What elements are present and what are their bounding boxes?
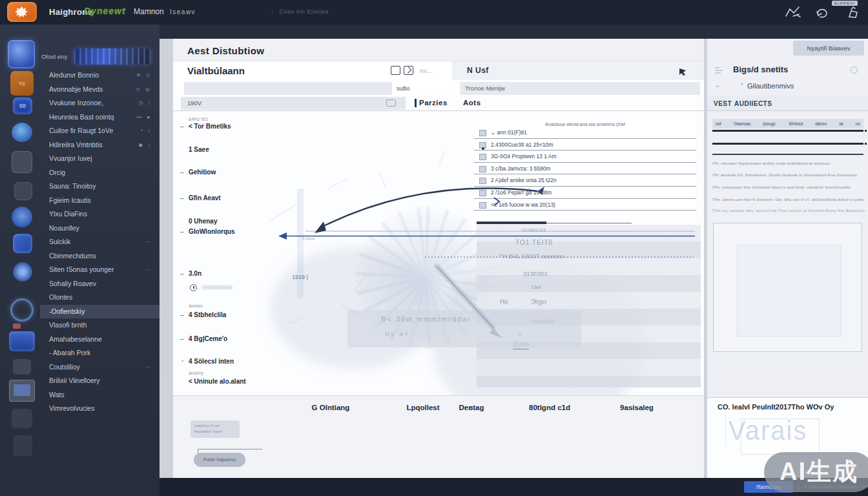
person-tile-icon[interactable] [13, 359, 31, 375]
event-row[interactable]: <e 1e5 fuoow w wa 20(13) [474, 199, 696, 211]
event-row[interactable]: 2 /1o6 Peparr ga 19 38m [474, 187, 696, 199]
app-logo[interactable] [7, 2, 37, 22]
table-row[interactable]: IThv uvy uuuuuur 1biu. iuuuruil luiil IT… [712, 209, 865, 212]
search-input[interactable] [184, 82, 392, 95]
monitor-tile-icon[interactable] [9, 380, 35, 402]
swirl-tile-icon[interactable] [13, 234, 32, 253]
sidebar-item[interactable]: Vlasofi brnth [40, 318, 160, 333]
planet-tile-icon[interactable] [12, 207, 32, 227]
column-header[interactable]: no [856, 121, 860, 126]
copy-icon[interactable] [404, 66, 413, 75]
sidebar-item[interactable]: Siten ISonas younger⋯ [40, 263, 160, 277]
sidebar-item-icons[interactable]: ◔ ⁝ [140, 124, 152, 138]
tree-item[interactable]: GloWlonlorqus [189, 228, 235, 235]
sidebar-item[interactable]: Sohaliy Roavev [40, 277, 160, 291]
faded-tile-icon[interactable] [12, 409, 32, 428]
panel-tab-audiects[interactable]: AUDIIECTS [734, 100, 772, 107]
user-label[interactable]: N Usf [467, 66, 489, 75]
sidebar-item-icons[interactable]: ◇ ◎ [136, 83, 152, 97]
sync-icon[interactable] [812, 5, 833, 20]
tree-item[interactable]: 0 Uhenay [189, 218, 217, 225]
tree-item[interactable]: Gfin Aeavt [189, 194, 221, 202]
sidebar-item[interactable]: Cuiloe fir Raugt 1oVe◔ ⁝ [40, 124, 160, 138]
table-row[interactable]: ITh: uiluuaiim fipyduiluaiim duilliut ui… [712, 161, 865, 165]
sidebar-item[interactable]: Orcig [40, 166, 160, 180]
topnav-item-2[interactable]: Iseawv [170, 8, 196, 16]
sidebar-item-icons[interactable]: ✕ ◇ [136, 68, 152, 83]
footer-action-button[interactable]: Putter Napozrso [194, 453, 245, 467]
tab-parzies[interactable]: Parzies [419, 99, 448, 107]
sidebar-item[interactable]: Sauna: Tinoitoy [40, 180, 160, 194]
sidebar-item[interactable]: Ylxu DiaFins [40, 207, 160, 222]
event-row[interactable]: ⌄ ann 01(F)91 [474, 127, 696, 139]
hand-icon[interactable] [843, 5, 864, 20]
sidebar-item[interactable]: Aledunvr Bonnio✕ ◇ [40, 68, 160, 83]
sidebar-item[interactable]: Wats [40, 388, 160, 402]
sidebar-item[interactable]: Vvuanjor Iuvej [40, 152, 160, 166]
tree-item[interactable]: 1 Saee [189, 146, 209, 153]
event-row[interactable]: 3G-0O4 Proptwvn 13 1 Am [474, 150, 696, 163]
tree-item[interactable]: 4 Sölecsl inten [189, 358, 234, 365]
sidebar-item-selected[interactable]: -Oofientskiy [40, 305, 160, 319]
frame-icon[interactable] [391, 66, 400, 75]
sidebar-item[interactable]: Hdireilra Vmtnbtis◉ ⁝ [40, 138, 160, 152]
column-header[interactable]: Mmtout [789, 121, 803, 126]
calendar-icon[interactable] [386, 99, 396, 107]
sidebar-item-icons[interactable]: ◷ ⁝ [138, 96, 152, 110]
table-row[interactable]: IThv. ubriviv.uuiv biur lv duuiuzzv. Giu… [712, 198, 865, 202]
sidebar-progress-bar[interactable] [74, 48, 151, 65]
panel-tab-vest[interactable]: VEST [714, 100, 732, 107]
sidebar-item[interactable]: Heunnlea Bast oointq⊶ ● [40, 110, 160, 125]
orange-tile-icon[interactable]: eg [10, 71, 34, 96]
sidebar-item-icons[interactable]: ⊶ ● [136, 110, 152, 125]
sidebar-item[interactable]: Avonnabje Mevds◇ ◎ [40, 83, 160, 97]
sidebar-item[interactable]: Vvukune Inzonoe,◷ ⁝ [40, 96, 160, 110]
sidebar-item-icons[interactable]: ⋯ [145, 360, 152, 375]
sidebar-item[interactable]: Amahabeselanne [40, 333, 160, 347]
grid-tile-icon[interactable] [13, 435, 32, 456]
event-row[interactable]: 2 A)def anske onta 25 t22n [474, 174, 696, 187]
event-row[interactable]: 2.4300Gue38 a1 25<10m [474, 139, 696, 151]
sidebar-item[interactable]: Noaunlley [40, 222, 160, 236]
tree-item[interactable]: < Tor Bmetiks [189, 123, 231, 130]
tree-item[interactable]: 3.0n [189, 270, 202, 277]
column-header[interactable]: Gbanoau [734, 121, 751, 126]
sidebar-item[interactable]: Coutslilioy⋯ [40, 360, 160, 375]
sidebar-item-icons[interactable]: ◉ ⁝ [138, 138, 152, 152]
book-tile-icon[interactable] [12, 151, 32, 173]
app-tile-icon[interactable] [8, 40, 35, 68]
info-circle-icon[interactable] [851, 67, 858, 74]
range-selector[interactable]: 190V [181, 97, 406, 110]
sidebar-item[interactable]: - Abarah Pork [40, 346, 160, 360]
tree-item[interactable]: < Uninule alo.alant [189, 378, 246, 385]
column-header[interactable]: dánoo [815, 121, 827, 126]
panel-top-button[interactable]: Nyaytill Biaavev [793, 41, 864, 56]
sidebar-item[interactable]: Sulckik⋯ [40, 235, 160, 249]
chat-tile-icon[interactable] [14, 182, 32, 200]
tab-aots[interactable]: Aots [463, 99, 481, 107]
tree-item[interactable]: 4 Stbhelclila [189, 311, 226, 318]
topnav-item-1[interactable]: Mamnon [134, 7, 164, 16]
sidebar-item[interactable]: Fgieim Icautis [40, 194, 160, 208]
sidebar-item-icons[interactable]: ⋯ [145, 263, 152, 277]
tree-item[interactable]: 4 Bg|Ceme'o [189, 335, 227, 342]
globe-tile-icon[interactable] [12, 123, 32, 142]
column-header[interactable]: Iuit [716, 121, 721, 126]
table-row[interactable]: ITh: aiiuiiiiiar GV, fivbivbiviviv. 1Dui… [712, 173, 865, 177]
panel-tile-icon[interactable] [9, 331, 35, 351]
ring-tile-icon[interactable] [10, 298, 34, 322]
counter-tile-icon[interactable]: 88 [13, 98, 32, 114]
table-row[interactable]: IThr. uuiuuuudur biur lviviubiuid iduuiv… [712, 185, 865, 189]
orb-tile-icon[interactable] [13, 262, 32, 282]
tree-item[interactable]: Gehitiow [189, 169, 216, 176]
sidebar-item[interactable]: Cbinmechdums [40, 249, 160, 264]
sidebar-item-icons[interactable]: ⋯ [145, 235, 152, 249]
column-header[interactable]: iai [839, 121, 843, 126]
sidebar-item[interactable]: Brilixii Viinelloery [40, 374, 160, 388]
sidebar-item[interactable]: Vimrevolvucies [40, 402, 160, 416]
tools-icon[interactable] [783, 5, 804, 20]
sidebar-item[interactable]: Olontes [40, 291, 160, 305]
filter-input[interactable]: Tronoe Menijw [460, 82, 700, 95]
event-row[interactable]: 3 c/ba Jamvza: 3 5590m [474, 163, 696, 175]
column-header[interactable]: (sougc. [763, 121, 776, 126]
